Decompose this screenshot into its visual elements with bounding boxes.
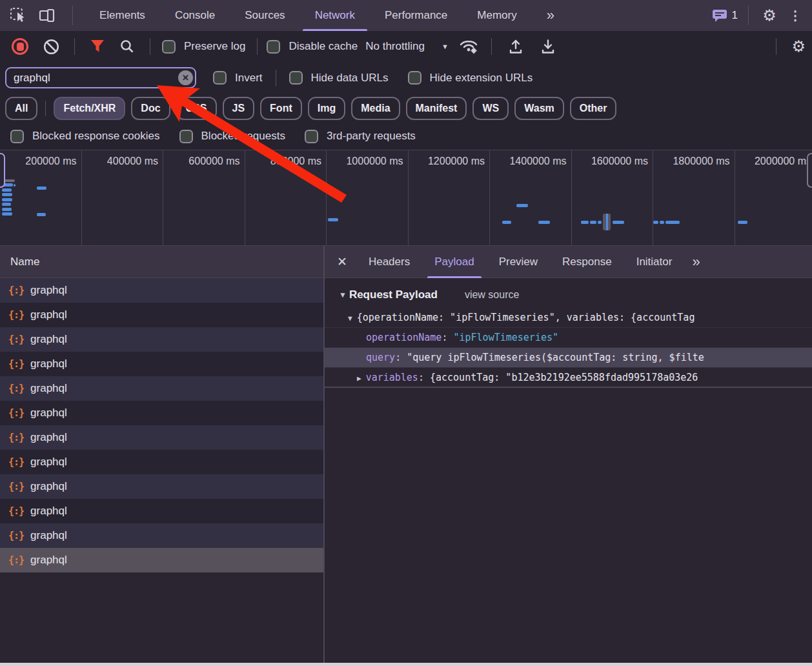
filter-chip-all[interactable]: All: [5, 97, 37, 120]
settings-button[interactable]: ⚙: [756, 3, 782, 28]
export-har-button[interactable]: [539, 38, 557, 55]
json-icon: {:}: [8, 554, 24, 566]
request-payload-title: Request Payload: [349, 288, 438, 301]
filter-divider: [276, 70, 276, 86]
tab-network[interactable]: Network: [300, 0, 370, 31]
record-button[interactable]: [12, 38, 28, 55]
filter-toggle-button[interactable]: [90, 39, 105, 54]
invert-checkbox[interactable]: [213, 71, 227, 85]
json-icon: {:}: [8, 285, 24, 296]
tree-closed-icon[interactable]: ▶: [357, 374, 361, 383]
device-toolbar-button[interactable]: [35, 3, 61, 28]
request-details-panel: ✕ Headers Payload Preview Response Initi…: [325, 246, 812, 663]
clear-filter-button[interactable]: ✕: [178, 70, 193, 85]
hide-data-urls-group: Hide data URLs: [289, 71, 389, 85]
request-row[interactable]: {:}graphql: [0, 352, 323, 376]
tab-performance[interactable]: Performance: [370, 0, 462, 31]
request-row[interactable]: {:}graphql: [0, 401, 323, 425]
timeline-tick: 2000000 ms: [755, 156, 812, 166]
more-details-tabs-button[interactable]: »: [684, 254, 707, 270]
menu-button[interactable]: ⋮: [782, 3, 808, 28]
hide-data-urls-label: Hide data URLs: [311, 72, 389, 85]
blocked-requests-group: Blocked requests: [179, 130, 285, 143]
request-row[interactable]: {:}graphql: [0, 499, 323, 523]
waterfall-marker: [603, 214, 611, 230]
request-row[interactable]: {:}graphql: [0, 327, 323, 352]
filter-chip-img[interactable]: Img: [308, 97, 345, 120]
payload-preview-row[interactable]: ▼{operationName: "ipFlowTimeseries", var…: [325, 308, 812, 328]
filter-chip-font[interactable]: Font: [260, 97, 302, 120]
tab-initiator[interactable]: Initiator: [624, 246, 685, 278]
filter-chip-doc[interactable]: Doc: [131, 97, 170, 120]
filter-chip-wasm[interactable]: Wasm: [514, 97, 564, 120]
request-payload-header: ▼ Request Payload view source: [325, 278, 812, 308]
request-row[interactable]: {:}graphql: [0, 450, 323, 474]
clear-button[interactable]: [43, 39, 59, 55]
toolbar-divider-2: [150, 38, 150, 55]
request-row[interactable]: {:}graphql: [0, 523, 323, 548]
collapse-triangle-icon[interactable]: ▼: [339, 290, 347, 299]
network-settings-button[interactable]: ⚙: [791, 39, 806, 54]
payload-row-query[interactable]: query: "query ipFlowTimeseries($accountT…: [325, 348, 812, 368]
close-details-button[interactable]: ✕: [325, 254, 356, 269]
request-name: graphql: [30, 431, 67, 444]
import-har-button[interactable]: [507, 38, 525, 55]
tab-response[interactable]: Response: [550, 246, 624, 278]
request-row[interactable]: {:}graphql: [0, 474, 323, 499]
request-row-selected[interactable]: {:}graphql: [0, 548, 323, 572]
request-row[interactable]: {:}graphql: [0, 425, 323, 450]
filter-input[interactable]: [5, 67, 196, 88]
filter-chip-media[interactable]: Media: [351, 97, 400, 120]
payload-key: query: [366, 352, 395, 363]
timeline-column: 1600000 ms: [572, 150, 654, 245]
filter-chip-other[interactable]: Other: [570, 97, 617, 120]
topbar-divider-right: [748, 6, 749, 25]
name-column-header[interactable]: Name: [0, 246, 323, 278]
filter-chip-js[interactable]: JS: [223, 97, 255, 120]
waterfall-bar: [516, 204, 528, 207]
payload-row-variables[interactable]: ▶variables: {accountTag: "b12e3b2192ee55…: [325, 368, 812, 388]
more-tabs-button[interactable]: »: [532, 0, 569, 31]
network-overview-timeline[interactable]: 200000 ms 400000 ms 600000 ms 800000 ms …: [0, 150, 812, 245]
filter-chip-fetch-xhr[interactable]: Fetch/XHR: [54, 97, 125, 120]
timeline-column: 800000 ms: [245, 150, 327, 245]
filter-chip-manifest[interactable]: Manifest: [406, 97, 467, 120]
throttling-select[interactable]: No throttling ▼: [365, 40, 449, 53]
tab-headers[interactable]: Headers: [356, 246, 422, 278]
tab-memory[interactable]: Memory: [462, 0, 531, 31]
tab-console[interactable]: Console: [160, 0, 230, 31]
timeline-left-handle[interactable]: [0, 153, 5, 188]
blocked-cookies-checkbox[interactable]: [10, 130, 24, 143]
payload-preview-text: {operationName: "ipFlowTimeseries", vari…: [357, 312, 695, 323]
third-party-checkbox[interactable]: [305, 130, 318, 143]
tab-sources[interactable]: Sources: [230, 0, 299, 31]
request-row[interactable]: {:}graphql: [0, 376, 323, 401]
request-row[interactable]: {:}graphql: [0, 278, 323, 303]
payload-colon: :: [442, 332, 453, 343]
hide-extension-urls-checkbox[interactable]: [408, 71, 421, 85]
tab-preview[interactable]: Preview: [487, 246, 550, 278]
filter-chip-css[interactable]: CSS: [176, 97, 217, 120]
network-conditions-button[interactable]: [459, 38, 478, 55]
payload-row-operation-name[interactable]: operationName: "ipFlowTimeseries": [325, 328, 812, 348]
preserve-log-checkbox[interactable]: [162, 40, 176, 54]
search-button[interactable]: [119, 39, 135, 54]
waterfall-bar: [4, 179, 15, 182]
tree-open-icon[interactable]: ▼: [348, 314, 352, 323]
filter-chip-ws[interactable]: WS: [472, 97, 509, 120]
view-source-link[interactable]: view source: [465, 289, 519, 301]
issues-button[interactable]: 1: [709, 3, 740, 28]
request-name: graphql: [30, 358, 67, 370]
inspect-element-button[interactable]: [5, 3, 31, 28]
hide-data-urls-checkbox[interactable]: [289, 71, 303, 85]
timeline-column: 200000 ms: [0, 150, 82, 245]
request-row[interactable]: {:}graphql: [0, 303, 323, 327]
disable-cache-checkbox[interactable]: [267, 40, 280, 54]
blocked-requests-checkbox[interactable]: [179, 130, 193, 143]
preserve-log-group: Preserve log: [162, 40, 245, 54]
devtools-main-tabbar: Elements Console Sources Network Perform…: [0, 0, 812, 31]
timeline-right-handle[interactable]: [807, 153, 812, 188]
tab-payload[interactable]: Payload: [422, 246, 486, 278]
tab-elements[interactable]: Elements: [85, 0, 160, 31]
blocked-requests-label: Blocked requests: [201, 130, 285, 143]
